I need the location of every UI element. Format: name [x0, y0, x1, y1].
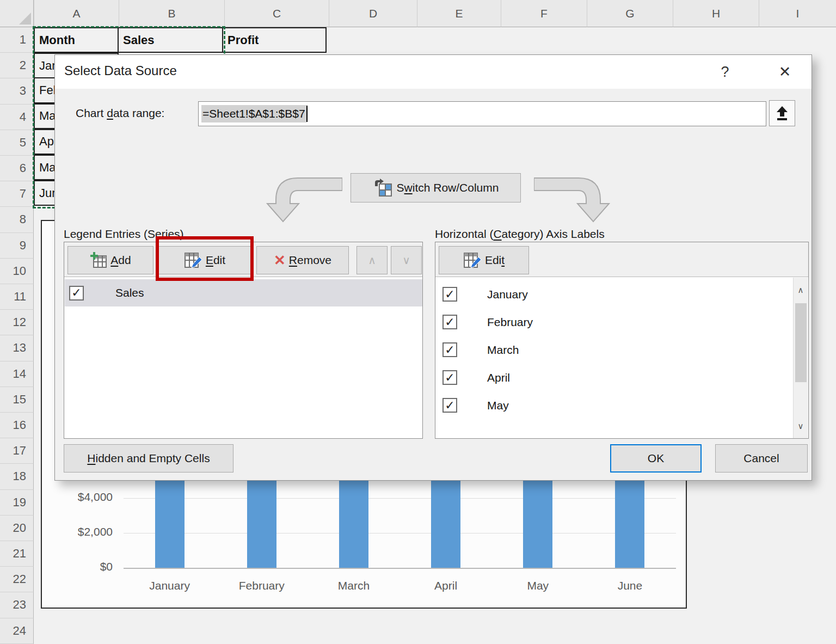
collapse-dialog-button[interactable]: [769, 100, 795, 126]
column-header-G[interactable]: G: [587, 0, 673, 27]
curved-arrow-right-icon: [534, 174, 610, 224]
row-header-22[interactable]: 22: [0, 567, 34, 592]
add-series-button[interactable]: Add: [67, 246, 153, 274]
axis-item-March[interactable]: ✓March: [436, 336, 780, 364]
axis-item-January[interactable]: ✓January: [436, 280, 780, 308]
switch-row-column-label: Switch Row/Column: [397, 181, 499, 194]
row-header-14[interactable]: 14: [0, 361, 34, 387]
add-table-icon: [90, 252, 107, 268]
range-input-value: =Sheet1!$A$1:$B$7: [201, 105, 306, 122]
y-tick-label: $4,000: [48, 490, 113, 504]
ok-button[interactable]: OK: [610, 444, 702, 473]
column-header-D[interactable]: D: [329, 0, 417, 27]
legend-item-label: Sales: [115, 286, 144, 299]
row-header-4[interactable]: 4: [0, 105, 34, 130]
row-header-23[interactable]: 23: [0, 592, 34, 618]
select-all-corner[interactable]: [0, 0, 34, 27]
remove-x-icon: ✕: [274, 252, 286, 269]
column-header-H[interactable]: H: [673, 0, 759, 27]
row-header-10[interactable]: 10: [0, 259, 34, 284]
axis-labels-panel: Edit ✓January✓February✓March✓April✓May ∧…: [435, 242, 809, 439]
remove-series-button[interactable]: ✕ Remove: [256, 246, 349, 274]
checkbox-checked[interactable]: ✓: [442, 398, 457, 413]
scroll-up-icon[interactable]: ∧: [794, 278, 808, 302]
axis-item-label: March: [487, 344, 519, 357]
chevron-down-icon: ∨: [402, 254, 410, 267]
range-picker-up-arrow-icon: [774, 105, 790, 121]
y-tick-label: $2,000: [48, 525, 113, 538]
switch-row-column-icon: [373, 179, 392, 197]
row-header-11[interactable]: 11: [0, 284, 34, 310]
gridline-$0: [124, 568, 676, 569]
row-header-13[interactable]: 13: [0, 335, 34, 361]
text-caret: [306, 106, 308, 122]
dialog-title: Select Data Source: [64, 63, 177, 78]
x-tick-label: June: [583, 579, 676, 592]
row-header-1[interactable]: 1: [0, 27, 34, 53]
checkbox-checked[interactable]: ✓: [69, 286, 84, 300]
axis-labels-label: Horizontal (Category) Axis Labels: [435, 228, 605, 241]
row-header-7[interactable]: 7: [0, 181, 34, 207]
checkbox-checked[interactable]: ✓: [442, 342, 457, 357]
axis-item-label: January: [487, 288, 528, 301]
column-header-C[interactable]: C: [224, 0, 329, 27]
row-header-9[interactable]: 9: [0, 233, 34, 259]
row-header-17[interactable]: 17: [0, 438, 34, 464]
axis-item-label: February: [487, 316, 533, 329]
remove-label: Remove: [289, 254, 331, 267]
scrollbar[interactable]: ∧ ∨: [793, 278, 808, 438]
row-header-5[interactable]: 5: [0, 130, 34, 156]
column-header-A[interactable]: A: [34, 0, 119, 27]
row-header-19[interactable]: 19: [0, 490, 34, 516]
row-header-16[interactable]: 16: [0, 413, 34, 438]
column-header-I[interactable]: I: [759, 0, 836, 27]
x-tick-label: January: [124, 579, 216, 592]
y-tick-label: $0: [48, 560, 113, 573]
checkbox-checked[interactable]: ✓: [442, 287, 457, 302]
chart-data-range-label: Chart data range:: [76, 107, 164, 120]
axis-item-May[interactable]: ✓May: [436, 391, 780, 419]
cell-C1[interactable]: Profit: [222, 27, 327, 53]
x-tick-label: March: [308, 579, 400, 592]
switch-row-column-button[interactable]: Switch Row/Column: [351, 173, 521, 203]
edit-axis-labels-button[interactable]: Edit: [439, 246, 529, 274]
axis-item-label: May: [487, 399, 509, 412]
curved-arrow-left-icon: [266, 174, 342, 224]
axis-edit-label: Edit: [485, 254, 505, 267]
scrollbar-thumb[interactable]: [795, 303, 807, 382]
legend-item-Sales[interactable]: ✓Sales: [65, 279, 422, 306]
scroll-down-icon[interactable]: ∨: [794, 414, 808, 438]
axis-item-February[interactable]: ✓February: [436, 308, 780, 336]
red-highlight-box: [156, 236, 254, 281]
axis-item-April[interactable]: ✓April: [436, 364, 780, 391]
chart-data-range-input[interactable]: =Sheet1!$A$1:$B$7: [198, 101, 766, 126]
move-up-button[interactable]: ∧: [356, 246, 388, 274]
chevron-up-icon: ∧: [368, 254, 376, 267]
axis-item-label: April: [487, 371, 510, 384]
row-header-12[interactable]: 12: [0, 310, 34, 335]
row-header-21[interactable]: 21: [0, 541, 34, 567]
checkbox-checked[interactable]: ✓: [442, 315, 457, 329]
row-header-15[interactable]: 15: [0, 387, 34, 413]
column-header-B[interactable]: B: [119, 0, 224, 27]
add-label: Add: [110, 254, 131, 267]
row-header-8[interactable]: 8: [0, 207, 34, 232]
checkbox-checked[interactable]: ✓: [442, 370, 457, 385]
close-icon[interactable]: ✕: [772, 59, 797, 84]
row-header-2[interactable]: 2: [0, 53, 34, 78]
row-header-20[interactable]: 20: [0, 516, 34, 541]
row-header-18[interactable]: 18: [0, 464, 34, 489]
cancel-button[interactable]: Cancel: [715, 444, 808, 473]
column-header-E[interactable]: E: [417, 0, 501, 27]
select-data-source-dialog: Select Data Source ? ✕ Chart data range:…: [54, 54, 812, 481]
row-header-24[interactable]: 24: [0, 618, 34, 644]
column-header-F[interactable]: F: [501, 0, 587, 27]
move-down-button[interactable]: ∨: [391, 246, 422, 274]
x-tick-label: May: [491, 579, 584, 592]
x-tick-label: February: [216, 579, 308, 592]
row-header-6[interactable]: 6: [0, 156, 34, 181]
x-tick-label: April: [399, 579, 492, 592]
hidden-and-empty-cells-button[interactable]: Hidden and Empty Cells: [64, 444, 233, 473]
row-header-3[interactable]: 3: [0, 78, 34, 104]
help-icon[interactable]: ?: [712, 59, 737, 84]
